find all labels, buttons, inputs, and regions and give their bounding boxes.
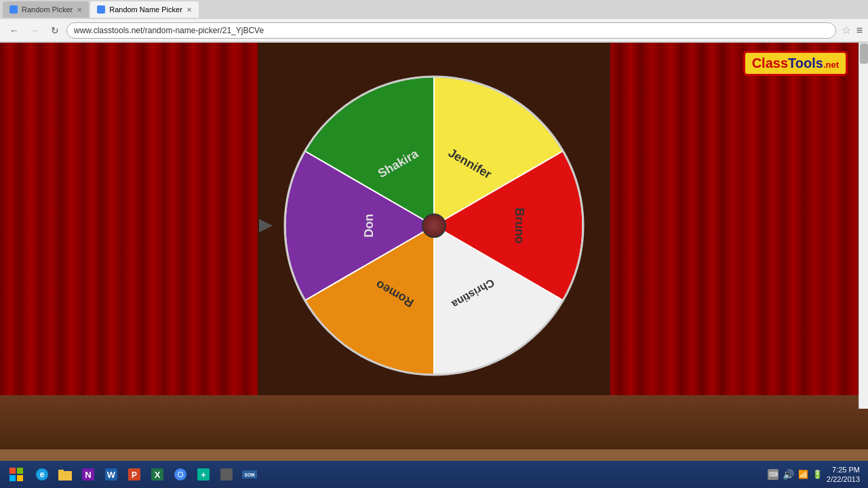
onenote-icon: N	[81, 467, 96, 482]
tab2-label: Random Name Picker	[109, 5, 182, 14]
svg-text:X: X	[155, 470, 161, 480]
powerpoint-icon: P	[127, 467, 142, 482]
scrollbar[interactable]	[859, 43, 868, 409]
app9-taskbar-icon[interactable]	[216, 464, 237, 485]
onenote-taskbar-icon[interactable]: N	[77, 464, 99, 485]
svg-rect-2	[9, 475, 16, 481]
windows-logo-icon	[9, 467, 24, 482]
system-tray: ⌨ 🔊 📶 🔋 7:25 PM 2/22/2013	[762, 465, 865, 485]
excel-taskbar-icon[interactable]: X	[146, 464, 168, 485]
word-icon: W	[104, 467, 119, 482]
pin-icon	[219, 467, 234, 482]
chrome-icon	[173, 467, 188, 482]
tab-1[interactable]: Random Picker ✕	[3, 1, 89, 18]
wheel-container[interactable]: Jennifer Bruno Christina Romeo Don Shaki…	[271, 63, 597, 388]
battery-tray-icon[interactable]: 🔋	[812, 470, 823, 479]
svg-text:+: +	[201, 470, 205, 480]
menu-icon[interactable]: ≡	[856, 24, 863, 37]
powerpoint-taskbar-icon[interactable]: P	[123, 464, 145, 485]
keyboard-tray-icon[interactable]: ⌨	[768, 469, 778, 480]
svg-text:P: P	[132, 470, 137, 480]
word-taskbar-icon[interactable]: W	[100, 464, 122, 485]
nav-bar: ← → ↻ ☆ ≡	[0, 19, 868, 42]
back-button[interactable]: ←	[5, 22, 23, 39]
wheel-center	[422, 214, 446, 238]
ie-taskbar-icon[interactable]: e	[31, 464, 53, 485]
svg-rect-3	[17, 475, 23, 481]
svg-rect-1	[17, 468, 23, 474]
app8-taskbar-icon[interactable]: +	[193, 464, 214, 485]
svg-point-18	[178, 472, 182, 476]
classtools-logo[interactable]: ClassTools.net	[743, 51, 848, 76]
windows-start-button[interactable]	[3, 464, 30, 485]
tab-2[interactable]: Random Name Picker ✕	[90, 1, 199, 18]
store-icon: +	[196, 467, 211, 482]
tab-bar: Random Picker ✕ Random Name Picker ✕	[0, 0, 868, 19]
logo-tools: Tools	[788, 56, 823, 70]
taskbar-clock[interactable]: 7:25 PM 2/22/2013	[827, 465, 860, 485]
chrome-taskbar-icon[interactable]	[170, 464, 191, 485]
refresh-button[interactable]: ↻	[46, 22, 64, 39]
address-bar[interactable]	[66, 22, 836, 39]
tab1-favicon	[9, 5, 18, 14]
forward-button[interactable]: →	[26, 22, 43, 39]
spinner-arrow	[259, 219, 273, 232]
label-don: Don	[362, 214, 376, 238]
ie-icon: e	[35, 467, 50, 482]
folder-icon	[58, 467, 73, 482]
file-explorer-taskbar-icon[interactable]	[54, 464, 76, 485]
volume-tray-icon[interactable]: 🔊	[783, 469, 793, 480]
tab2-close[interactable]: ✕	[186, 6, 192, 14]
svg-text:e: e	[40, 470, 45, 479]
bookmark-star-icon[interactable]: ☆	[842, 24, 851, 37]
taskbar-date-display: 2/22/2013	[827, 474, 860, 484]
scrollbar-thumb[interactable]	[860, 43, 868, 64]
som-icon: SOM	[242, 467, 257, 482]
tab2-favicon	[97, 5, 105, 14]
browser-chrome: Random Picker ✕ Random Name Picker ✕ ← →…	[0, 0, 868, 43]
svg-rect-21	[220, 468, 233, 481]
network-tray-icon[interactable]: 📶	[797, 469, 808, 480]
tab1-close[interactable]: ✕	[77, 6, 82, 14]
svg-text:SOM: SOM	[244, 472, 255, 477]
taskbar: e N W P X	[0, 461, 868, 488]
excel-icon: X	[150, 467, 165, 482]
logo-class: Class	[752, 56, 788, 70]
svg-rect-7	[58, 470, 64, 472]
svg-text:N: N	[85, 470, 91, 480]
curtain-right	[610, 43, 868, 409]
svg-text:W: W	[107, 470, 116, 480]
logo-net: .net	[823, 60, 839, 70]
main-content: ClassTools.net Jennifer Bruno Christina	[0, 43, 868, 449]
label-bruno: Bruno	[513, 208, 526, 244]
svg-rect-6	[58, 471, 72, 481]
stage-floor	[0, 395, 868, 449]
tab1-label: Random Picker	[22, 5, 73, 14]
svg-rect-0	[9, 468, 16, 474]
som-taskbar-icon[interactable]: SOM	[239, 464, 260, 485]
taskbar-time-display: 7:25 PM	[827, 465, 860, 474]
curtain-left	[0, 43, 258, 409]
